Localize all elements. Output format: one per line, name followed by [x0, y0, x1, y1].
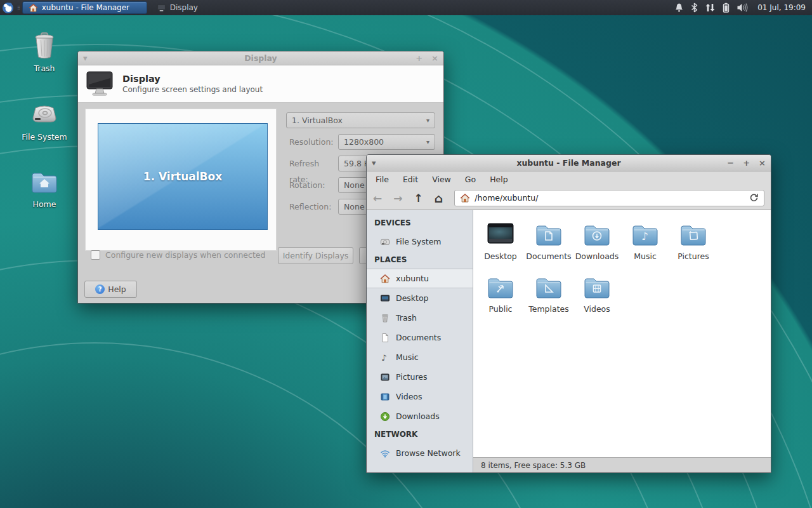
- volume-icon[interactable]: [737, 3, 749, 13]
- sidebar-heading-devices: DEVICES: [367, 215, 473, 232]
- file-desktop[interactable]: Desktop: [476, 219, 525, 272]
- display-dialog-header: Display Configure screen settings and la…: [78, 65, 443, 103]
- sidebar-item-label: Desktop: [396, 293, 429, 303]
- sidebar-item-label: Trash: [396, 313, 417, 323]
- file-music[interactable]: ♪ Music: [621, 219, 669, 272]
- menu-bar: File Edit View Go Help: [367, 171, 771, 187]
- sidebar-item-pictures[interactable]: Pictures: [367, 367, 473, 387]
- maximize-icon[interactable]: +: [416, 52, 422, 65]
- display-dialog-titlebar[interactable]: ▾ Display + ×: [78, 51, 443, 65]
- taskbar-button-label: Display: [170, 3, 198, 12]
- video-icon: [380, 392, 390, 402]
- sidebar-item-downloads[interactable]: Downloads: [367, 406, 473, 426]
- taskbar-button-file-manager[interactable]: xubuntu - File Manager: [22, 1, 147, 14]
- display-monitor-icon: [86, 70, 114, 97]
- menu-help[interactable]: Help: [490, 175, 508, 184]
- notifications-bell-icon[interactable]: [674, 3, 684, 13]
- configure-displays-checkbox-row[interactable]: Configure new displays when connected: [91, 250, 265, 260]
- taskbar-button-display[interactable]: Display: [151, 1, 204, 14]
- monitor-icon: [157, 4, 166, 12]
- network-arrows-icon[interactable]: [705, 3, 716, 13]
- file-manager-titlebar[interactable]: ▾ xubuntu - File Manager − + ×: [367, 155, 771, 171]
- menu-edit[interactable]: Edit: [403, 175, 418, 184]
- sidebar-item-file-system[interactable]: File System: [367, 232, 473, 251]
- menu-file[interactable]: File: [376, 175, 389, 184]
- sidebar-item-videos[interactable]: Videos: [367, 387, 473, 406]
- file-view[interactable]: Desktop Documents: [473, 210, 771, 472]
- house-icon: [380, 274, 390, 284]
- menu-go[interactable]: Go: [465, 175, 476, 184]
- sidebar-item-desktop[interactable]: Desktop: [367, 288, 473, 308]
- file-templates[interactable]: Templates: [525, 272, 573, 324]
- file-pictures[interactable]: Pictures: [669, 219, 717, 272]
- question-mark-icon: ?: [95, 284, 105, 294]
- sidebar-item-browse-network[interactable]: Browse Network: [367, 443, 473, 463]
- desktop-folder-icon: [485, 219, 516, 250]
- forward-icon[interactable]: →: [393, 192, 402, 204]
- file-public[interactable]: Public: [476, 272, 525, 324]
- close-icon[interactable]: ×: [431, 52, 438, 65]
- help-button[interactable]: ? Help: [84, 281, 137, 298]
- refresh-icon[interactable]: [749, 193, 759, 203]
- identify-displays-label: Identify Displays: [283, 251, 349, 260]
- display-preview-panel: 1. VirtualBox: [85, 109, 277, 251]
- house-icon: [460, 193, 470, 203]
- panel-separator: ⁞⁞: [17, 5, 20, 10]
- document-icon: [380, 333, 390, 343]
- sidebar-item-trash[interactable]: Trash: [367, 308, 473, 328]
- identify-displays-button[interactable]: Identify Displays: [278, 247, 353, 264]
- file-manager-title: xubuntu - File Manager: [367, 158, 771, 168]
- maximize-icon[interactable]: +: [743, 157, 750, 170]
- folder-icon: [485, 272, 516, 302]
- device-select[interactable]: 1. VirtualBox ▾: [286, 112, 435, 128]
- sidebar-heading-places: PLACES: [367, 251, 473, 269]
- path-bar[interactable]: /home/xubuntu/: [454, 190, 764, 206]
- menu-view[interactable]: View: [432, 175, 451, 184]
- folder-icon: [582, 219, 612, 250]
- minimize-icon[interactable]: −: [727, 157, 734, 170]
- file-label: Templates: [528, 304, 569, 314]
- monitor-preview-label: 1. VirtualBox: [143, 170, 222, 183]
- trash-can-icon: [29, 30, 60, 61]
- taskbar-button-label: xubuntu - File Manager: [42, 3, 129, 12]
- file-label: Videos: [584, 304, 610, 314]
- system-tray: 01 Jul, 19:09: [674, 3, 812, 13]
- desktop-icon-trash[interactable]: Trash: [14, 30, 75, 73]
- clock[interactable]: 01 Jul, 19:09: [757, 3, 806, 12]
- sidebar-item-label: xubuntu: [396, 274, 429, 283]
- resolution-select[interactable]: 812x508 ▾: [338, 134, 435, 150]
- resolution-value: 812x508: [344, 137, 384, 147]
- file-documents[interactable]: Documents: [525, 219, 573, 272]
- toolbar: ← → ↑ ⌂ /home/xubuntu/: [367, 187, 771, 210]
- desktop-icon-file-system[interactable]: File System: [14, 99, 75, 142]
- close-icon[interactable]: ×: [759, 157, 766, 170]
- reflection-label: Reflection:: [289, 199, 337, 215]
- svg-text:♪: ♪: [641, 230, 648, 243]
- svg-text:♪: ♪: [381, 353, 386, 363]
- file-videos[interactable]: Videos: [573, 272, 621, 324]
- applications-menu-icon[interactable]: [2, 2, 14, 14]
- resolution-label: Resolution:: [289, 134, 337, 150]
- monitor-preview[interactable]: 1. VirtualBox: [98, 123, 268, 230]
- back-icon[interactable]: ←: [373, 192, 382, 204]
- path-text[interactable]: /home/xubuntu/: [475, 193, 538, 203]
- sidebar-item-xubuntu[interactable]: xubuntu: [367, 269, 473, 288]
- file-manager-window: ▾ xubuntu - File Manager − + × File Edit…: [366, 154, 771, 473]
- checkbox-label: Configure new displays when connected: [105, 250, 265, 260]
- bluetooth-icon[interactable]: [691, 3, 698, 13]
- display-header-text: Display Configure screen settings and la…: [122, 74, 263, 94]
- file-downloads[interactable]: Downloads: [573, 219, 621, 272]
- checkbox-unchecked[interactable]: [91, 250, 100, 260]
- music-note-icon: ♪: [380, 352, 390, 363]
- folder-icon: [534, 219, 564, 250]
- sidebar-item-documents[interactable]: Documents: [367, 328, 473, 347]
- folder-icon: ♪: [630, 219, 660, 250]
- home-icon[interactable]: ⌂: [435, 191, 443, 205]
- battery-icon[interactable]: [723, 3, 730, 13]
- rotation-label: Rotation:: [289, 177, 337, 193]
- help-button-label: Help: [108, 284, 126, 294]
- up-icon[interactable]: ↑: [414, 192, 423, 204]
- desktop-icon-home[interactable]: Home: [14, 166, 75, 209]
- house-icon: [29, 3, 38, 13]
- sidebar-item-music[interactable]: ♪ Music: [367, 347, 473, 367]
